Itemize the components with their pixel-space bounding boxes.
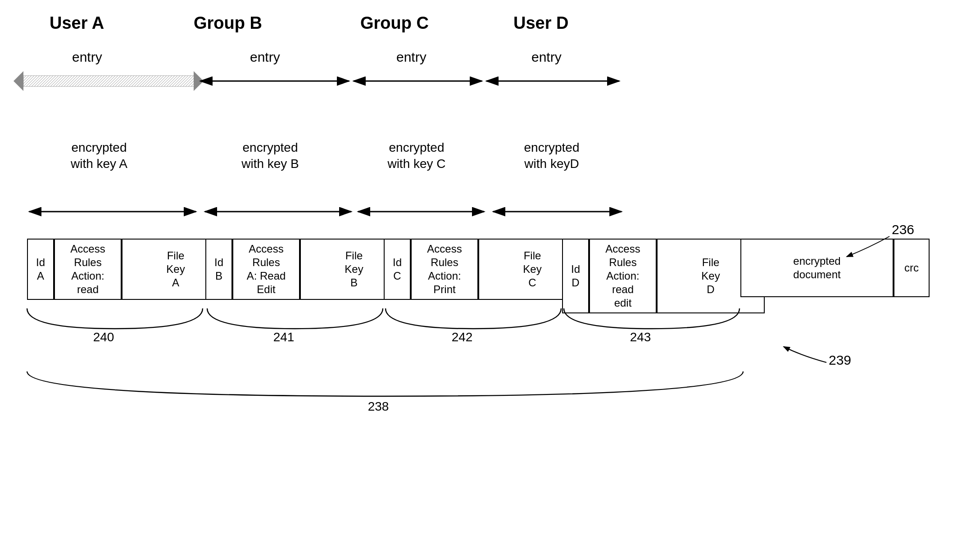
struct-section-241: IdB AccessRulesA: ReadEdit FileKeyB — [205, 239, 408, 300]
struct-section-243: IdD AccessRulesAction:readedit FileKeyD — [562, 239, 765, 313]
svg-text:236: 236 — [892, 222, 914, 237]
svg-marker-6 — [14, 71, 23, 91]
entity-user-a: User A — [50, 14, 104, 33]
entry-label-b: entry — [250, 50, 280, 65]
svg-text:241: 241 — [273, 330, 295, 342]
svg-text:243: 243 — [630, 330, 651, 342]
svg-text:238: 238 — [368, 399, 389, 413]
enc-label-a: encryptedwith key A — [36, 140, 162, 172]
box-id-a: IdA — [27, 239, 54, 300]
svg-rect-5 — [23, 76, 195, 86]
entry-label-a: entry — [72, 50, 102, 65]
box-access-c: AccessRulesAction:Print — [411, 239, 478, 300]
box-access-b: AccessRulesA: ReadEdit — [232, 239, 300, 300]
svg-text:240: 240 — [93, 330, 114, 342]
entry-label-c: entry — [396, 50, 426, 65]
enc-label-d: encryptedwith keyD — [493, 140, 610, 172]
entity-group-b: Group B — [194, 14, 262, 33]
svg-text:242: 242 — [452, 330, 473, 342]
struct-section-242: IdC AccessRulesAction:Print FileKeyC — [384, 239, 586, 300]
svg-text:239: 239 — [829, 353, 851, 367]
enc-label-c: encryptedwith key C — [358, 140, 475, 172]
box-id-d: IdD — [562, 239, 589, 313]
entity-user-d: User D — [513, 14, 569, 33]
enc-label-b: encryptedwith key B — [207, 140, 333, 172]
box-id-b: IdB — [205, 239, 232, 300]
entity-group-c: Group C — [360, 14, 429, 33]
box-id-c: IdC — [384, 239, 411, 300]
entry-label-d: entry — [531, 50, 562, 65]
struct-section-240: IdA AccessRulesAction:read FileKeyA — [27, 239, 230, 300]
box-access-d: AccessRulesAction:readedit — [589, 239, 657, 313]
box-access-a: AccessRulesAction:read — [54, 239, 122, 300]
